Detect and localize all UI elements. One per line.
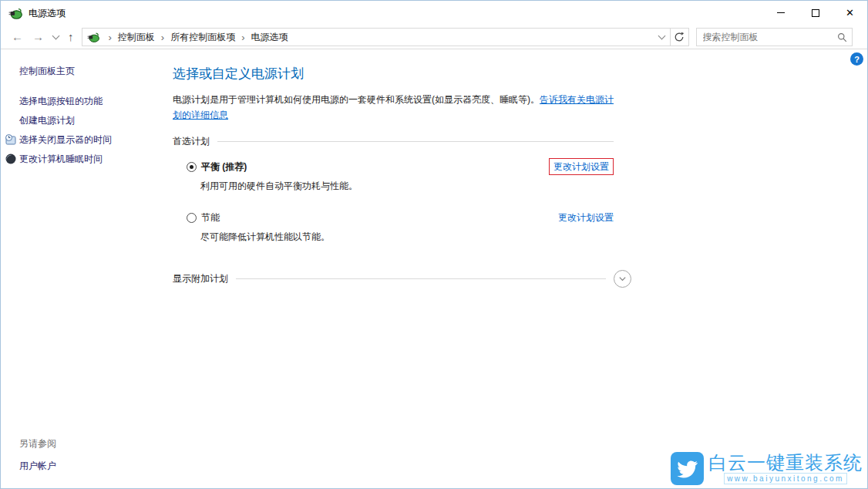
section-label: 首选计划 [173,135,210,148]
watermark-title: 白云一键重装系统 [708,453,863,472]
page-body: 控制面板主页 选择电源按钮的功能 创建电源计划 选择关闭显示器的时间 [1,49,867,489]
breadcrumb-separator-icon: › [155,32,170,43]
radio-power-saver[interactable] [187,213,197,223]
plan-name: 节能 [201,211,220,224]
sidebar-item-power-button-function[interactable]: 选择电源按钮的功能 [1,92,163,111]
plan-power-saver: 节能 更改计划设置 尽可能降低计算机性能以节能。 [173,211,867,244]
maximize-icon [812,9,819,17]
sleep-moon-icon [5,153,17,165]
power-options-icon [87,31,99,43]
sidebar-item-label: 选择电源按钮的功能 [19,95,103,108]
address-bar-right [654,29,688,46]
sidebar-item-sleep-time[interactable]: 更改计算机睡眠时间 [1,150,163,169]
forward-button[interactable]: → [28,25,49,49]
search-input[interactable] [703,32,837,42]
history-dropdown-button[interactable] [49,25,63,49]
change-plan-settings-link[interactable]: 更改计划设置 [558,211,614,224]
search-icon[interactable] [837,32,847,42]
sidebar-item-create-power-plan[interactable]: 创建电源计划 [1,111,163,130]
close-button[interactable]: ✕ [833,1,867,25]
window-controls: ✕ [763,1,867,25]
chevron-down-icon [618,275,627,283]
preferred-plans-section-header: 首选计划 [173,135,614,148]
breadcrumb-control-panel[interactable]: 控制面板 [118,31,155,44]
sidebar-item-label: 选择关闭显示器的时间 [19,133,112,147]
sidebar-item-label: 创建电源计划 [19,114,75,127]
plan-name: 平衡 (推荐) [201,160,247,174]
change-plan-settings-link[interactable]: 更改计划设置 [553,161,609,172]
plan-row: 节能 更改计划设置 [173,211,614,224]
window-title: 电源选项 [29,7,66,20]
display-clock-icon [5,133,17,146]
power-options-window: 电源选项 ✕ ← → ↑ › 控制面板 › 所有控制面板项 › 电源选项 [0,0,868,489]
radio-balanced[interactable] [187,162,197,172]
search-box [696,28,853,46]
sidebar-task-list: 选择电源按钮的功能 创建电源计划 选择关闭显示器的时间 [1,92,163,169]
sidebar-item-display-off-time[interactable]: 选择关闭显示器的时间 [1,130,163,150]
plan-balanced: 平衡 (推荐) 更改计划设置 利用可用的硬件自动平衡功耗与性能。 [173,160,867,193]
plan-description: 尽可能降低计算机性能以节能。 [173,231,867,244]
change-plan-settings-link-wrapper: 更改计划设置 [549,160,614,174]
titlebar: 电源选项 ✕ [1,1,867,25]
watermark-url: www.baiyunxitong.com [724,473,847,484]
navigation-bar: ← → ↑ › 控制面板 › 所有控制面板项 › 电源选项 [1,25,867,49]
sidebar-item-user-accounts[interactable]: 用户帐户 [19,460,163,473]
address-dropdown-button[interactable] [654,29,670,46]
back-button[interactable]: ← [7,25,28,49]
address-bar[interactable]: › 控制面板 › 所有控制面板项 › 电源选项 [82,28,689,46]
power-options-icon [8,6,22,20]
sidebar-item-control-panel-home[interactable]: 控制面板主页 [19,65,163,78]
breadcrumb-separator-icon: › [235,32,251,43]
expand-additional-plans-button[interactable] [614,270,631,288]
help-button[interactable]: ? [850,52,863,66]
maximize-button[interactable] [798,1,833,25]
refresh-icon [674,32,685,42]
main-content: 选择或自定义电源计划 电源计划是用于管理计算机如何使用电源的一套硬件和系统设置(… [163,49,867,489]
sidebar-see-also-section: 另请参阅 用户帐户 [1,437,163,473]
bird-icon [677,458,698,480]
watermark-logo: 白云一键重装系统 www.baiyunxitong.com [669,450,864,487]
description-body: 电源计划是用于管理计算机如何使用电源的一套硬件和系统设置(如显示器亮度、睡眠等)… [173,94,540,105]
refresh-button[interactable] [670,29,688,46]
page-title: 选择或自定义电源计划 [173,65,867,83]
watermark-text: 白云一键重装系统 www.baiyunxitong.com [708,453,863,484]
chevron-down-icon [658,32,665,40]
chevron-down-icon [52,32,60,40]
see-also-header: 另请参阅 [19,437,163,450]
section-divider [217,141,614,142]
breadcrumb-separator-icon: › [103,32,118,43]
description-text: 电源计划是用于管理计算机如何使用电源的一套硬件和系统设置(如显示器亮度、睡眠等)… [173,92,616,123]
sidebar-item-label: 更改计算机睡眠时间 [19,153,103,166]
sidebar: 控制面板主页 选择电源按钮的功能 创建电源计划 选择关闭显示器的时间 [1,49,163,489]
breadcrumb-all-items[interactable]: 所有控制面板项 [170,31,235,44]
additional-plans-divider [236,278,606,279]
highlight-red-box: 更改计划设置 [549,158,614,175]
up-button[interactable]: ↑ [63,25,79,49]
breadcrumb-power-options[interactable]: 电源选项 [251,31,288,44]
plan-row: 平衡 (推荐) 更改计划设置 [173,160,614,174]
show-additional-plans-row: 显示附加计划 [173,270,631,288]
close-icon: ✕ [846,8,854,18]
show-additional-plans-label: 显示附加计划 [173,272,228,285]
minimize-button[interactable] [763,1,798,25]
bird-logo-icon [671,452,704,485]
minimize-icon [777,12,785,13]
plan-description: 利用可用的硬件自动平衡功耗与性能。 [173,180,867,193]
